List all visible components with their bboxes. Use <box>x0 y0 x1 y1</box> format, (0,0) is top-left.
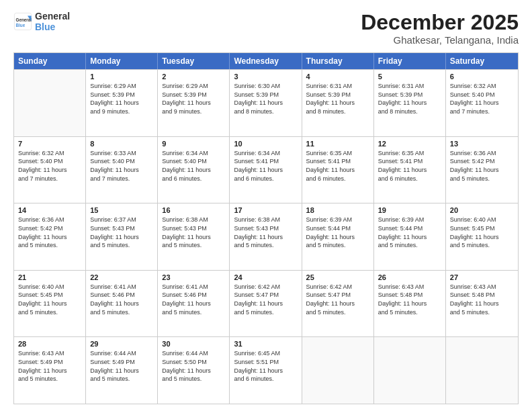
calendar-cell-r1c3: 10Sunrise: 6:34 AM Sunset: 5:41 PM Dayli… <box>230 137 302 203</box>
day-number: 8 <box>90 140 153 148</box>
day-info: Sunrise: 6:37 AM Sunset: 5:43 PM Dayligh… <box>90 216 153 249</box>
day-number: 1 <box>90 73 153 81</box>
calendar-row-0: 1Sunrise: 6:29 AM Sunset: 5:39 PM Daylig… <box>14 69 518 136</box>
calendar-cell-r2c0: 14Sunrise: 6:36 AM Sunset: 5:42 PM Dayli… <box>14 203 86 270</box>
calendar-cell-r3c1: 22Sunrise: 6:41 AM Sunset: 5:46 PM Dayli… <box>86 271 158 337</box>
day-info: Sunrise: 6:38 AM Sunset: 5:43 PM Dayligh… <box>162 216 225 249</box>
title-block: December 2025 Ghatkesar, Telangana, Indi… <box>361 11 519 46</box>
day-number: 9 <box>162 140 225 148</box>
day-number: 14 <box>18 206 81 214</box>
day-number: 27 <box>450 273 514 281</box>
calendar-cell-r2c4: 18Sunrise: 6:39 AM Sunset: 5:44 PM Dayli… <box>302 203 374 270</box>
calendar-body: 1Sunrise: 6:29 AM Sunset: 5:39 PM Daylig… <box>14 69 518 404</box>
day-info: Sunrise: 6:35 AM Sunset: 5:41 PM Dayligh… <box>378 149 441 183</box>
calendar-header: SundayMondayTuesdayWednesdayThursdayFrid… <box>14 53 518 69</box>
day-info: Sunrise: 6:31 AM Sunset: 5:39 PM Dayligh… <box>378 82 441 116</box>
day-number: 7 <box>18 140 81 148</box>
day-number: 31 <box>234 340 297 348</box>
calendar-cell-r0c5: 5Sunrise: 6:31 AM Sunset: 5:39 PM Daylig… <box>374 70 446 136</box>
calendar-cell-r2c5: 19Sunrise: 6:39 AM Sunset: 5:44 PM Dayli… <box>374 203 446 270</box>
day-info: Sunrise: 6:40 AM Sunset: 5:45 PM Dayligh… <box>18 283 81 316</box>
calendar-cell-r1c0: 7Sunrise: 6:32 AM Sunset: 5:40 PM Daylig… <box>14 137 86 203</box>
day-number: 30 <box>162 340 225 348</box>
calendar-cell-r1c1: 8Sunrise: 6:33 AM Sunset: 5:40 PM Daylig… <box>86 137 158 203</box>
calendar-row-3: 21Sunrise: 6:40 AM Sunset: 5:45 PM Dayli… <box>14 270 518 337</box>
day-info: Sunrise: 6:43 AM Sunset: 5:48 PM Dayligh… <box>450 283 514 316</box>
day-number: 24 <box>234 273 297 281</box>
page-container: General Blue General Blue December 2025 … <box>0 0 532 411</box>
day-info: Sunrise: 6:44 AM Sunset: 5:49 PM Dayligh… <box>90 349 153 383</box>
day-number: 20 <box>450 206 514 214</box>
calendar-cell-r3c2: 23Sunrise: 6:41 AM Sunset: 5:46 PM Dayli… <box>158 271 230 337</box>
calendar-header-friday: Friday <box>374 53 446 69</box>
day-info: Sunrise: 6:30 AM Sunset: 5:39 PM Dayligh… <box>234 82 297 116</box>
day-number: 22 <box>90 273 153 281</box>
logo-line1: General <box>35 11 70 21</box>
day-info: Sunrise: 6:32 AM Sunset: 5:40 PM Dayligh… <box>18 149 81 183</box>
calendar-cell-r0c4: 4Sunrise: 6:31 AM Sunset: 5:39 PM Daylig… <box>302 70 374 136</box>
day-number: 12 <box>378 140 441 148</box>
day-number: 26 <box>378 273 441 281</box>
day-number: 4 <box>306 73 369 81</box>
day-info: Sunrise: 6:42 AM Sunset: 5:47 PM Dayligh… <box>306 283 369 316</box>
calendar-cell-r4c2: 30Sunrise: 6:44 AM Sunset: 5:50 PM Dayli… <box>158 337 230 404</box>
calendar-row-4: 28Sunrise: 6:43 AM Sunset: 5:49 PM Dayli… <box>14 336 518 404</box>
day-info: Sunrise: 6:36 AM Sunset: 5:42 PM Dayligh… <box>450 149 514 183</box>
calendar-cell-r0c6: 6Sunrise: 6:32 AM Sunset: 5:40 PM Daylig… <box>446 70 518 136</box>
calendar-cell-r2c2: 16Sunrise: 6:38 AM Sunset: 5:43 PM Dayli… <box>158 203 230 270</box>
day-info: Sunrise: 6:29 AM Sunset: 5:39 PM Dayligh… <box>162 82 225 116</box>
calendar-header-monday: Monday <box>86 53 158 69</box>
day-info: Sunrise: 6:41 AM Sunset: 5:46 PM Dayligh… <box>162 283 225 316</box>
calendar-row-1: 7Sunrise: 6:32 AM Sunset: 5:40 PM Daylig… <box>14 136 518 203</box>
day-info: Sunrise: 6:40 AM Sunset: 5:45 PM Dayligh… <box>450 216 514 249</box>
calendar-cell-r0c3: 3Sunrise: 6:30 AM Sunset: 5:39 PM Daylig… <box>230 70 302 136</box>
calendar-cell-r2c6: 20Sunrise: 6:40 AM Sunset: 5:45 PM Dayli… <box>446 203 518 270</box>
day-number: 23 <box>162 273 225 281</box>
calendar-cell-r4c0: 28Sunrise: 6:43 AM Sunset: 5:49 PM Dayli… <box>14 337 86 404</box>
logo: General Blue General Blue <box>13 11 70 32</box>
day-info: Sunrise: 6:34 AM Sunset: 5:41 PM Dayligh… <box>234 149 297 183</box>
day-info: Sunrise: 6:34 AM Sunset: 5:40 PM Dayligh… <box>162 149 225 183</box>
page-header: General Blue General Blue December 2025 … <box>13 11 519 46</box>
day-number: 10 <box>234 140 297 148</box>
calendar-cell-r4c3: 31Sunrise: 6:45 AM Sunset: 5:51 PM Dayli… <box>230 337 302 404</box>
calendar-cell-r3c3: 24Sunrise: 6:42 AM Sunset: 5:47 PM Dayli… <box>230 271 302 337</box>
day-info: Sunrise: 6:39 AM Sunset: 5:44 PM Dayligh… <box>378 216 441 249</box>
day-info: Sunrise: 6:32 AM Sunset: 5:40 PM Dayligh… <box>450 82 514 116</box>
calendar-header-tuesday: Tuesday <box>158 53 230 69</box>
day-info: Sunrise: 6:38 AM Sunset: 5:43 PM Dayligh… <box>234 216 297 249</box>
day-number: 3 <box>234 73 297 81</box>
calendar-cell-r2c1: 15Sunrise: 6:37 AM Sunset: 5:43 PM Dayli… <box>86 203 158 270</box>
calendar-cell-r4c4 <box>302 337 374 404</box>
day-number: 29 <box>90 340 153 348</box>
day-number: 28 <box>18 340 81 348</box>
day-number: 21 <box>18 273 81 281</box>
day-number: 2 <box>162 73 225 81</box>
day-info: Sunrise: 6:39 AM Sunset: 5:44 PM Dayligh… <box>306 216 369 249</box>
day-info: Sunrise: 6:45 AM Sunset: 5:51 PM Dayligh… <box>234 349 297 383</box>
calendar-cell-r4c1: 29Sunrise: 6:44 AM Sunset: 5:49 PM Dayli… <box>86 337 158 404</box>
day-number: 11 <box>306 140 369 148</box>
logo-line2: Blue <box>35 21 70 32</box>
calendar-cell-r1c4: 11Sunrise: 6:35 AM Sunset: 5:41 PM Dayli… <box>302 137 374 203</box>
day-number: 25 <box>306 273 369 281</box>
calendar-cell-r0c1: 1Sunrise: 6:29 AM Sunset: 5:39 PM Daylig… <box>86 70 158 136</box>
day-info: Sunrise: 6:29 AM Sunset: 5:39 PM Dayligh… <box>90 82 153 116</box>
day-number: 18 <box>306 206 369 214</box>
day-info: Sunrise: 6:42 AM Sunset: 5:47 PM Dayligh… <box>234 283 297 316</box>
calendar-cell-r2c3: 17Sunrise: 6:38 AM Sunset: 5:43 PM Dayli… <box>230 203 302 270</box>
day-number: 16 <box>162 206 225 214</box>
calendar-cell-r3c0: 21Sunrise: 6:40 AM Sunset: 5:45 PM Dayli… <box>14 271 86 337</box>
day-info: Sunrise: 6:31 AM Sunset: 5:39 PM Dayligh… <box>306 82 369 116</box>
day-info: Sunrise: 6:36 AM Sunset: 5:42 PM Dayligh… <box>18 216 81 249</box>
day-info: Sunrise: 6:43 AM Sunset: 5:49 PM Dayligh… <box>18 349 81 383</box>
logo-icon: General Blue <box>13 12 32 31</box>
day-number: 5 <box>378 73 441 81</box>
calendar-cell-r1c2: 9Sunrise: 6:34 AM Sunset: 5:40 PM Daylig… <box>158 137 230 203</box>
calendar-cell-r1c5: 12Sunrise: 6:35 AM Sunset: 5:41 PM Dayli… <box>374 137 446 203</box>
calendar-header-thursday: Thursday <box>302 53 374 69</box>
day-number: 6 <box>450 73 514 81</box>
calendar-header-wednesday: Wednesday <box>230 53 302 69</box>
calendar-cell-r0c0 <box>14 70 86 136</box>
calendar-row-2: 14Sunrise: 6:36 AM Sunset: 5:42 PM Dayli… <box>14 203 518 270</box>
